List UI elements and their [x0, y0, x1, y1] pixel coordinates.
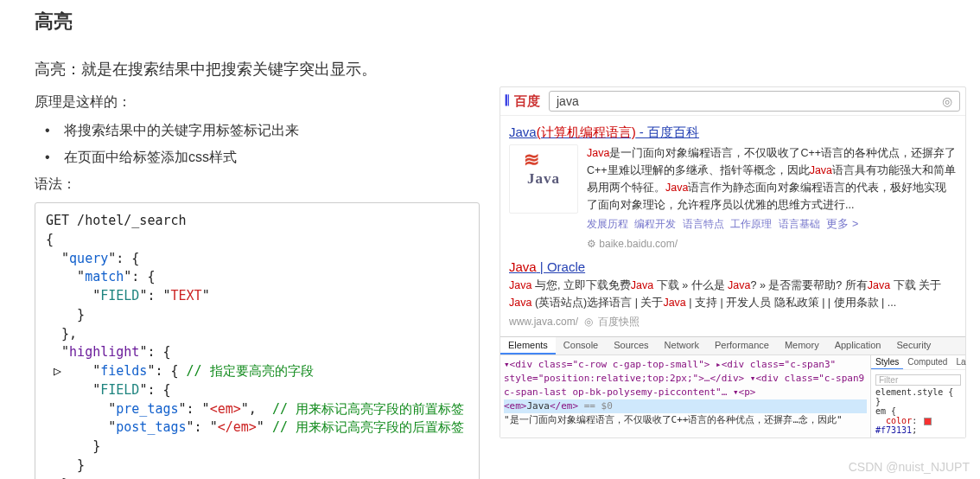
result-2: Java | Oracle Java 与您, 立即下载免费Java 下载 » 什…	[500, 259, 965, 336]
subtitle: 高亮：就是在搜索结果中把搜索关键字突出显示。	[35, 59, 493, 80]
tab-performance[interactable]: Performance	[707, 337, 777, 354]
side-tab-styles[interactable]: Styles	[871, 355, 903, 369]
dom-tree[interactable]: ▾<div class="c-row c-gap-top-small"> ▸<d…	[500, 355, 870, 437]
bullet-1-text: 将搜索结果中的关键字用标签标记出来	[64, 123, 299, 137]
watermark: CSDN @nuist_NJUPT	[849, 460, 970, 474]
side-tab-la[interactable]: La	[951, 355, 970, 369]
bullet-2: •在页面中给标签添加css样式	[45, 149, 493, 167]
baidu-cache[interactable]: 百度快照	[598, 316, 640, 328]
heading-highlight: 高亮	[35, 9, 493, 35]
tab-elements[interactable]: Elements	[500, 337, 556, 354]
camera-icon[interactable]: ◎	[942, 94, 952, 108]
color-swatch-icon	[924, 418, 932, 425]
tab-network[interactable]: Network	[657, 337, 707, 354]
java-logo: ≋ Java	[509, 144, 578, 214]
result-1-sublinks: 发展历程 编程开发 语言特点 工作原理 语言基础 更多 >	[587, 215, 957, 233]
search-input[interactable]: java ◎	[549, 91, 960, 112]
sublink-history[interactable]: 发展历程	[587, 218, 628, 230]
bullet-2-text: 在页面中给标签添加css样式	[64, 150, 237, 164]
tab-application[interactable]: Application	[827, 337, 889, 354]
baidu-label: 百度	[511, 93, 544, 110]
sublink-more[interactable]: 更多 >	[826, 218, 858, 230]
sublink-basics[interactable]: 语言基础	[779, 218, 820, 230]
style-rule-1: element.style {}	[875, 387, 961, 406]
result-1-snippet: Java是一门面向对象编程语言，不仅吸收了C++语言的各种优点，还摒弃了C++里…	[587, 144, 957, 252]
devtools-panel: Elements Console Sources Network Perform…	[500, 336, 965, 437]
browser-mock: 𝄃 百度 java ◎ Java(计算机编程语言) - 百度百科 ≋ Java …	[500, 86, 966, 438]
search-value: java	[557, 94, 942, 108]
sublink-features[interactable]: 语言特点	[683, 218, 724, 230]
result-1: Java(计算机编程语言) - 百度百科 ≋ Java Java是一门面向对象编…	[500, 116, 965, 259]
result-1-title[interactable]: Java(计算机编程语言) - 百度百科	[509, 125, 957, 141]
tab-console[interactable]: Console	[556, 337, 606, 354]
styles-pane: Styles Computed La Filter element.style …	[870, 355, 965, 437]
result-2-cite: www.java.com/ ◎ 百度快照	[509, 315, 957, 329]
java-steam-icon: ≋	[524, 149, 539, 171]
sublink-dev[interactable]: 编程开发	[634, 218, 676, 230]
styles-filter[interactable]: Filter	[875, 374, 961, 386]
bullet-1: •将搜索结果中的关键字用标签标记出来	[45, 122, 493, 140]
result-2-snippet: Java 与您, 立即下载免费Java 下载 » 什么是 Java? » 是否需…	[509, 277, 957, 311]
code-block: GET /hotel/_search { "query": { "match":…	[35, 202, 480, 479]
result-1-cite: ⚙ baike.baidu.com/	[587, 236, 957, 252]
tab-memory[interactable]: Memory	[777, 337, 827, 354]
syntax-label: 语法：	[35, 176, 493, 194]
result-2-title[interactable]: Java | Oracle	[509, 259, 957, 274]
browser-top: 𝄃 百度 java ◎	[500, 87, 965, 116]
principle-label: 原理是这样的：	[35, 93, 493, 112]
side-tab-computed[interactable]: Computed	[903, 355, 951, 369]
devtools-tabs: Elements Console Sources Network Perform…	[500, 337, 965, 355]
java-logo-text: Java	[527, 170, 560, 188]
tab-security[interactable]: Security	[888, 337, 939, 354]
tab-sources[interactable]: Sources	[606, 337, 656, 354]
style-rule-2: em { color: #f73131;	[875, 406, 961, 435]
sublink-theory[interactable]: 工作原理	[730, 218, 772, 230]
